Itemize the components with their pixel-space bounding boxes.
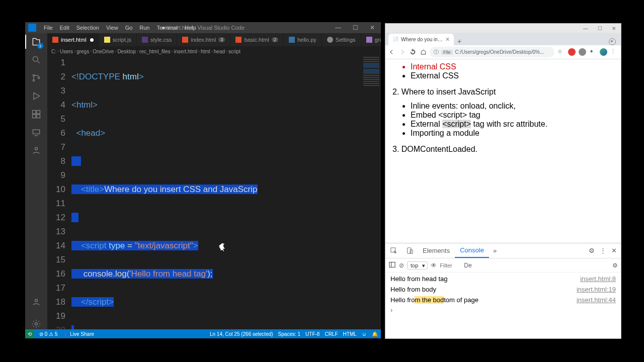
accounts-icon[interactable] (31, 296, 42, 307)
minimize-button[interactable]: — (330, 24, 347, 31)
problems-indicator[interactable]: ⊘ 0 ⚠ 5 (39, 331, 57, 337)
forward-button[interactable] (399, 49, 406, 55)
console-log-row: Hello from head tag insert.html:8 (385, 274, 621, 284)
editor[interactable]: 1234567891011121314151617181920 <!DOCTYP… (47, 56, 381, 329)
svg-point-0 (33, 56, 38, 61)
menu-view[interactable]: View (104, 24, 121, 32)
explorer-icon[interactable]: 1 (31, 36, 42, 47)
remote-indicator[interactable]: ⟲ (25, 329, 34, 338)
url-text: C:/Users/gregs/OneDrive/Desktop/0%... (455, 49, 544, 55)
log-source-link[interactable]: insert.html:19 (577, 286, 616, 293)
home-button[interactable] (420, 49, 427, 55)
list-item: Importing a module (411, 129, 614, 138)
tab-style-css[interactable]: style.css (137, 33, 177, 46)
profile-avatar-icon[interactable] (600, 48, 607, 56)
back-button[interactable] (388, 49, 395, 55)
menu-run[interactable]: Run (137, 24, 152, 32)
media-indicator-icon[interactable] (609, 38, 616, 45)
svg-rect-15 (389, 262, 395, 267)
svg-rect-6 (33, 115, 36, 118)
eol-indicator[interactable]: CRLF (325, 331, 338, 337)
devtools-settings-icon[interactable]: ⚙ (589, 247, 595, 254)
console-settings-icon[interactable]: ⚙ (612, 262, 618, 269)
devtools-more-tabs-icon[interactable]: » (489, 247, 501, 254)
svg-point-2 (33, 79, 34, 81)
encoding-indicator[interactable]: UTF-8 (305, 331, 319, 337)
console-filter-input[interactable] (440, 262, 461, 268)
browser-tab[interactable]: 📄 Where do you insert CSS and Ja... ✕ (388, 34, 454, 45)
menu-go[interactable]: Go (123, 24, 135, 32)
notifications-icon[interactable]: 🔔 (372, 331, 378, 337)
browser-close-button[interactable]: ✕ (607, 26, 621, 31)
tab-insert-html[interactable]: insert.html (47, 33, 99, 46)
svg-rect-7 (37, 115, 40, 118)
svg-rect-12 (390, 248, 395, 252)
settings-gear-icon[interactable] (31, 318, 42, 329)
feedback-icon[interactable]: ☺ (362, 331, 367, 337)
code-area[interactable]: <!DOCTYPE html> <html> <head> <title>Whe… (71, 56, 381, 329)
context-selector[interactable]: top (407, 261, 428, 269)
ext-gray-icon[interactable] (579, 48, 586, 56)
svg-point-3 (38, 77, 39, 78)
source-control-icon[interactable] (31, 72, 42, 83)
site-info-icon[interactable]: ⓘ (434, 49, 439, 56)
browser-maximize-button[interactable]: ☐ (593, 26, 607, 31)
log-levels[interactable]: De (464, 262, 471, 269)
tab-graphics[interactable]: graphics.p (361, 33, 381, 46)
svg-rect-4 (33, 111, 36, 114)
live-expression-icon[interactable]: 👁 (431, 262, 437, 269)
remote-icon[interactable] (31, 127, 42, 138)
search-icon[interactable] (31, 54, 42, 65)
editor-tabs: insert.html script.js style.css index.ht… (47, 33, 381, 47)
extensions-icon[interactable] (31, 109, 42, 120)
reload-button[interactable] (410, 49, 416, 55)
svg-rect-5 (37, 111, 40, 114)
tab-settings[interactable]: Settings (322, 33, 361, 46)
inspect-element-icon[interactable] (385, 247, 401, 254)
indent-indicator[interactable]: Spaces: 1 (278, 331, 300, 337)
clear-console-icon[interactable]: ⊘ (399, 262, 404, 269)
devtools-close-icon[interactable]: ✕ (611, 247, 617, 254)
menu-edit[interactable]: Edit (57, 24, 72, 32)
window-controls: — ☐ ✕ (330, 24, 381, 31)
live-share-icon[interactable] (31, 145, 42, 156)
list-item: Inline events: onload, onclick, (411, 102, 614, 111)
tab-close-icon[interactable]: ✕ (445, 36, 450, 43)
browser-menu-icon[interactable]: ⋮ (610, 48, 618, 56)
console-output[interactable]: Hello from head tag insert.html:8 Hello … (385, 273, 621, 338)
tab-script-js[interactable]: script.js (99, 33, 137, 46)
maximize-button[interactable]: ☐ (347, 24, 364, 31)
vscode-icon (28, 24, 36, 32)
live-share-button[interactable]: 👤 Live Share (62, 331, 94, 337)
devtools-menu-icon[interactable]: ⋮ (600, 247, 606, 254)
log-message: Hello from the bodtom of page (390, 296, 478, 304)
menu-file[interactable]: File (41, 24, 55, 32)
log-source-link[interactable]: insert.html:44 (577, 296, 616, 304)
run-debug-icon[interactable] (31, 90, 42, 102)
console-sidebar-toggle-icon[interactable] (388, 261, 396, 270)
titlebar: File Edit Selection View Go Run Terminal… (25, 22, 381, 33)
menu-selection[interactable]: Selection (74, 24, 102, 32)
extensions-puzzle-icon[interactable]: ✦ (589, 48, 597, 56)
close-button[interactable]: ✕ (364, 24, 381, 31)
device-toggle-icon[interactable] (401, 247, 418, 254)
svg-rect-8 (33, 130, 39, 134)
language-indicator[interactable]: HTML (343, 331, 357, 337)
console-prompt[interactable]: › (385, 305, 621, 315)
bookmark-star-icon[interactable]: ☆ (557, 48, 565, 56)
breadcrumbs[interactable]: C:› Users› gregs› OneDrive› Desktop› rec… (47, 47, 381, 56)
tab-elements[interactable]: Elements (418, 243, 455, 258)
tab-hello-py[interactable]: hello.py (284, 33, 322, 46)
minimap[interactable] (362, 56, 381, 329)
new-tab-button[interactable]: + (454, 37, 465, 45)
browser-minimize-button[interactable]: — (579, 26, 593, 31)
cursor-position[interactable]: Ln 14, Col 25 (266 selected) (210, 331, 273, 337)
log-source-link[interactable]: insert.html:8 (580, 275, 616, 283)
address-bar[interactable]: ⓘ File C:/Users/gregs/OneDrive/Desktop/0… (430, 47, 554, 57)
list-item: External <script> tag with src attribute… (411, 120, 614, 129)
tab-console[interactable]: Console (455, 243, 489, 258)
tab-basic-html[interactable]: basic.html2 (230, 33, 284, 46)
tab-index-html[interactable]: index.html3 (177, 33, 230, 46)
list-item: Embed <script> tag (411, 111, 614, 120)
ext-red-icon[interactable] (568, 48, 576, 56)
